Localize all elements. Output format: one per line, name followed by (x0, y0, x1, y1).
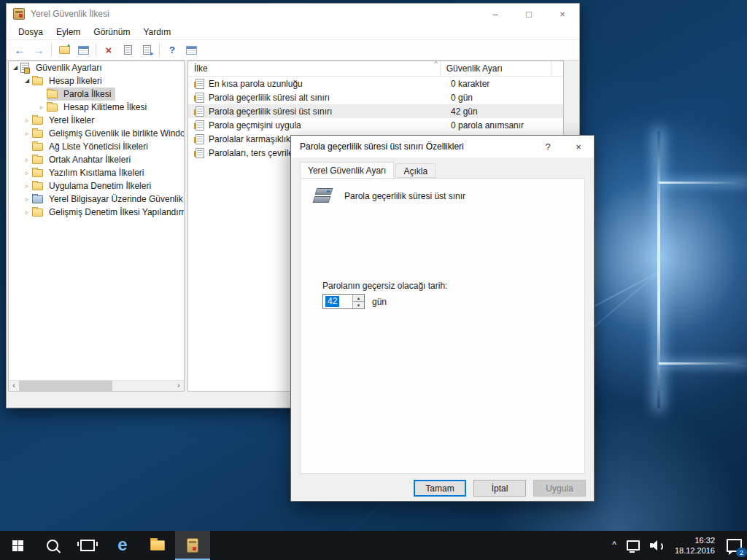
tab-strip: Yerel Güvenlik Ayarı Açıkla (300, 162, 436, 178)
spinner-up-button[interactable]: ▲ (353, 295, 364, 302)
hidden-icons-button[interactable]: ^ (607, 531, 622, 560)
policy-name: Parola geçerlilik süresi üst sınırı (209, 106, 445, 117)
cancel-button[interactable]: İptal (473, 480, 526, 497)
edge-button[interactable]: e (105, 531, 140, 560)
task-view-button[interactable] (70, 531, 105, 560)
toolbar: ← → × ? (7, 39, 579, 61)
menu-dosya[interactable]: Dosya (12, 26, 50, 39)
policy-icon-slab (313, 196, 331, 203)
computer-policy-icon (32, 195, 43, 203)
chevron-collapsed-icon[interactable]: ▹ (22, 192, 32, 206)
tab-yerel-guvenlik-ayari[interactable]: Yerel Güvenlik Ayarı (300, 162, 394, 178)
action-pane-button[interactable] (182, 42, 200, 58)
start-button[interactable] (0, 531, 35, 560)
tree-item[interactable]: ▹ Yerel Bilgisayar Üzerinde Güvenlik İlk… (9, 192, 184, 206)
chevron-collapsed-icon[interactable]: ▹ (22, 127, 32, 140)
dialog-titlebar[interactable]: Parola geçerlilik süresi üst sınırı Özel… (291, 136, 594, 158)
console-tree-button[interactable] (74, 42, 92, 58)
file-explorer-button[interactable] (140, 531, 175, 560)
security-policy-taskbar-button[interactable] (175, 531, 210, 560)
tree-item[interactable]: ▹ Gelişmiş Güvenlik ile birlikte Windows (9, 127, 184, 140)
column-header-policy[interactable]: İlke ^ (188, 61, 441, 76)
window-titlebar[interactable]: Yerel Güvenlik İlkesi – □ × (7, 4, 579, 24)
security-settings-icon (20, 63, 29, 73)
maximize-button[interactable]: □ (512, 4, 546, 24)
tab-acikla[interactable]: Açıkla (395, 163, 436, 178)
delete-button[interactable]: × (100, 42, 117, 58)
tree-item[interactable]: ▹ Yazılım Kısıtlama İlkeleri (9, 166, 184, 179)
list-item[interactable]: Parola geçerlilik süresi alt sınırı 0 gü… (188, 90, 563, 104)
tab-page: Parola geçerlilik süresi üst sınır Parol… (300, 178, 585, 474)
tree-item[interactable]: ▹ Gelişmiş Denetim İlkesi Yapılandırması (9, 206, 184, 219)
policy-setting: 42 gün (445, 106, 563, 117)
tree-item-label: Yazılım Kısıtlama İlkeleri (47, 167, 146, 179)
chevron-collapsed-icon[interactable]: ▹ (22, 206, 32, 219)
days-spinner[interactable]: 42 ▲ ▼ (322, 294, 365, 309)
chevron-collapsed-icon[interactable]: ▹ (22, 153, 32, 166)
policy-name: Parola geçerlilik süresi alt sınırı (209, 93, 445, 103)
help-button[interactable]: ? (163, 42, 181, 58)
tree-item[interactable]: ▹ Uygulama Denetim İlkeleri (9, 179, 184, 192)
tree-item[interactable]: ◢ Hesap İlkeleri (9, 74, 184, 88)
menu-eylem[interactable]: Eylem (50, 26, 87, 39)
scroll-right-arrow-icon[interactable]: › (174, 381, 184, 391)
tree-item-content: Hesap Kilitleme İlkesi (47, 101, 151, 114)
forward-button[interactable]: → (30, 42, 47, 58)
action-center-button[interactable]: 2 (721, 531, 747, 560)
close-button[interactable]: × (546, 4, 579, 24)
folder-icon (32, 209, 43, 217)
volume-button[interactable] (645, 531, 668, 560)
list-item[interactable]: Parola geçmişini uygula 0 parola anımsan… (188, 118, 563, 132)
spinner-value-area[interactable]: 42 (323, 295, 352, 308)
notification-badge: 2 (736, 548, 747, 557)
apply-button: Uygula (533, 480, 586, 497)
chevron-expanded-icon[interactable]: ◢ (22, 74, 32, 88)
chevron-expanded-icon[interactable]: ◢ (10, 61, 20, 74)
export-list-button[interactable] (138, 42, 155, 58)
menu-yardim[interactable]: Yardım (136, 26, 177, 39)
tree-item[interactable]: ▹ Ortak Anahtar İlkeleri (9, 153, 184, 166)
list-item[interactable]: En kısa parola uzunluğu 0 karakter (188, 77, 563, 90)
chevron-collapsed-icon[interactable]: ▹ (36, 101, 47, 114)
tree-item[interactable]: ▹ Hesap Kilitleme İlkesi (9, 101, 184, 114)
network-icon (627, 540, 640, 551)
tree-item-label: Yerel İlkeler (47, 114, 96, 126)
tree-item-label: Parola İlkesi (61, 88, 113, 100)
ok-button[interactable]: Tamam (414, 480, 466, 497)
folder-icon (32, 182, 43, 190)
chevron-collapsed-icon[interactable]: ▹ (22, 114, 32, 127)
spinner-value[interactable]: 42 (325, 296, 339, 307)
folder-icon (32, 77, 43, 85)
tree-item-label: Uygulama Denetim İlkeleri (47, 180, 153, 192)
forward-arrow-icon: → (34, 44, 44, 55)
minimize-button[interactable]: – (479, 4, 512, 24)
clock-time: 16:32 (694, 535, 715, 545)
list-item-selected[interactable]: Parola geçerlilik süresi üst sınırı 42 g… (188, 104, 563, 118)
tree-item-content: Uygulama Denetim İlkeleri (32, 179, 155, 192)
properties-button[interactable] (119, 42, 136, 58)
back-arrow-icon: ← (15, 44, 26, 55)
horizontal-scrollbar[interactable]: ‹ › (9, 380, 184, 391)
back-button[interactable]: ← (11, 42, 28, 58)
spinner-down-button[interactable]: ▼ (353, 302, 364, 308)
chevron-collapsed-icon[interactable]: ▹ (22, 166, 32, 179)
chevron-collapsed-icon[interactable]: ▹ (22, 179, 32, 192)
tree-item-content: Yerel Bilgisayar Üzerinde Güvenlik İlke (32, 192, 185, 206)
tree-item-content: Gelişmiş Denetim İlkesi Yapılandırması (32, 206, 185, 219)
dialog-close-button[interactable]: × (563, 136, 594, 158)
column-header-setting[interactable]: Güvenlik Ayarı (441, 61, 551, 76)
dialog-help-button[interactable]: ? (533, 136, 563, 158)
tree-item-selected[interactable]: Parola İlkesi (9, 88, 184, 101)
network-button[interactable] (622, 531, 645, 560)
clock[interactable]: 16:32 18.12.2016 (668, 531, 721, 560)
up-level-button[interactable] (55, 42, 73, 58)
tree-item[interactable]: Ağ Liste Yöneticisi İlkeleri (9, 140, 184, 153)
delete-icon: × (106, 44, 112, 55)
tree-item-label: Gelişmiş Güvenlik ile birlikte Windows (47, 128, 185, 139)
tree-item[interactable]: ▹ Yerel İlkeler (9, 114, 184, 127)
scrollbar-thumb[interactable] (19, 381, 112, 391)
scroll-left-arrow-icon[interactable]: ‹ (9, 381, 19, 391)
search-button[interactable] (35, 531, 70, 560)
tree-item[interactable]: ◢ Güvenlik Ayarları (9, 61, 184, 74)
menu-gorunum[interactable]: Görünüm (87, 26, 136, 39)
